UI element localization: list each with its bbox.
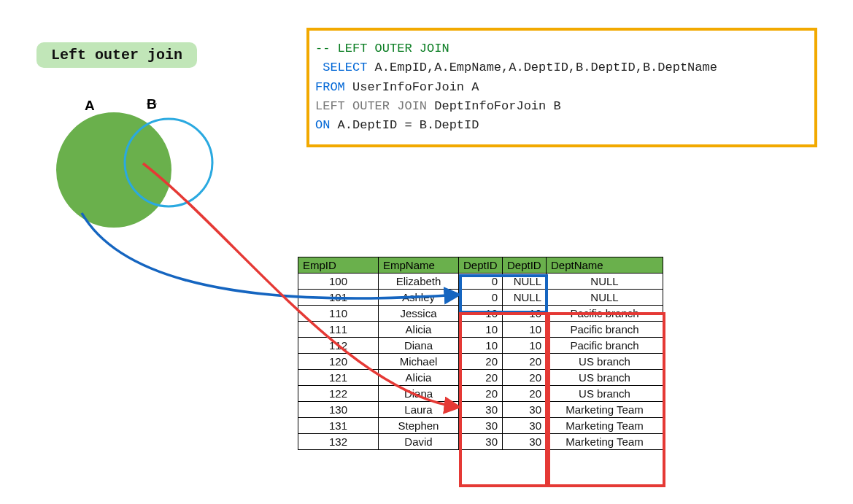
sql-on-rest: A.DeptID = B.DeptID: [330, 118, 479, 132]
col-deptid-a: DeptID: [459, 257, 503, 274]
cell-deptname: Marketing Team: [547, 418, 663, 434]
sql-on-kw: ON: [315, 118, 330, 132]
cell-deptname: Marketing Team: [547, 402, 663, 418]
cell-empid: 132: [298, 434, 379, 450]
cell-deptid-a: 20: [459, 370, 503, 386]
sql-left-table: DeptInfoForJoin B: [427, 99, 561, 113]
cell-deptname: US branch: [547, 354, 663, 370]
cell-empname: Elizabeth: [379, 274, 459, 290]
cell-deptid-b: NULL: [503, 274, 547, 290]
cell-deptid-b: 20: [503, 386, 547, 402]
cell-deptid-b: 10: [503, 338, 547, 354]
cell-empid: 110: [298, 306, 379, 322]
cell-deptid-b: 10: [503, 306, 547, 322]
sql-select-cols: A.EmpID,A.EmpName,A.DeptID,B.DeptID,B.De…: [367, 61, 717, 74]
cell-deptid-a: 10: [459, 338, 503, 354]
venn-diagram: A B: [63, 101, 223, 239]
cell-empname: David: [379, 434, 459, 450]
cell-empid: 130: [298, 402, 379, 418]
cell-deptid-b: 30: [503, 402, 547, 418]
cell-deptid-a: 20: [459, 354, 503, 370]
table-row: 122Diana2020US branch: [298, 386, 663, 402]
result-table: EmpID EmpName DeptID DeptID DeptName 100…: [298, 257, 663, 450]
table-row: 121Alicia2020US branch: [298, 370, 663, 386]
cell-deptid-a: 30: [459, 418, 503, 434]
cell-deptid-a: 10: [459, 322, 503, 338]
table-row: 131Stephen3030Marketing Team: [298, 418, 663, 434]
sql-select-kw: SELECT: [315, 61, 367, 74]
table-row: 132David3030Marketing Team: [298, 434, 663, 450]
cell-empname: Diana: [379, 338, 459, 354]
cell-deptid-b: 30: [503, 434, 547, 450]
venn-label-b: B: [147, 96, 157, 112]
cell-empname: Diana: [379, 386, 459, 402]
cell-empname: Alicia: [379, 322, 459, 338]
col-empid: EmpID: [298, 257, 379, 274]
cell-deptname: Pacific branch: [547, 338, 663, 354]
cell-empname: Michael: [379, 354, 459, 370]
sql-from-rest: UserInfoForJoin A: [345, 80, 479, 94]
cell-empid: 112: [298, 338, 379, 354]
cell-deptname: NULL: [547, 290, 663, 306]
cell-deptid-a: 0: [459, 290, 503, 306]
table-row: 111Alicia1010Pacific branch: [298, 322, 663, 338]
cell-deptid-a: 20: [459, 386, 503, 402]
col-empname: EmpName: [379, 257, 459, 274]
sql-from-kw: FROM: [315, 80, 345, 94]
sql-left-kw: LEFT: [315, 99, 345, 113]
svg-point-0: [57, 113, 171, 227]
table-row: 100Elizabeth0NULLNULL: [298, 274, 663, 290]
cell-deptname: NULL: [547, 274, 663, 290]
cell-empid: 101: [298, 290, 379, 306]
cell-empid: 111: [298, 322, 379, 338]
title-badge: Left outer join: [36, 42, 197, 68]
title-text: Left outer join: [51, 47, 182, 63]
cell-deptid-b: 10: [503, 322, 547, 338]
table-row: 130Laura3030Marketing Team: [298, 402, 663, 418]
cell-deptid-a: 30: [459, 434, 503, 450]
cell-deptid-b: 20: [503, 354, 547, 370]
cell-deptname: Pacific branch: [547, 322, 663, 338]
cell-deptid-a: 10: [459, 306, 503, 322]
cell-empname: Jessica: [379, 306, 459, 322]
table-header-row: EmpID EmpName DeptID DeptID DeptName: [298, 257, 663, 274]
cell-deptid-b: 20: [503, 370, 547, 386]
cell-deptname: US branch: [547, 386, 663, 402]
cell-empname: Stephen: [379, 418, 459, 434]
cell-empname: Ashley: [379, 290, 459, 306]
col-deptname: DeptName: [547, 257, 663, 274]
cell-deptid-b: 30: [503, 418, 547, 434]
cell-empname: Laura: [379, 402, 459, 418]
cell-deptid-a: 30: [459, 402, 503, 418]
table-row: 112Diana1010Pacific branch: [298, 338, 663, 354]
cell-deptname: Marketing Team: [547, 434, 663, 450]
cell-empid: 121: [298, 370, 379, 386]
col-deptid-b: DeptID: [503, 257, 547, 274]
venn-label-a: A: [85, 98, 95, 114]
cell-deptid-a: 0: [459, 274, 503, 290]
table-row: 110Jessica1010Pacific branch: [298, 306, 663, 322]
cell-empid: 122: [298, 386, 379, 402]
cell-deptname: Pacific branch: [547, 306, 663, 322]
cell-empname: Alicia: [379, 370, 459, 386]
cell-empid: 100: [298, 274, 379, 290]
cell-empid: 120: [298, 354, 379, 370]
sql-comment: -- LEFT OUTER JOIN: [315, 42, 449, 55]
table-row: 101Ashley0NULLNULL: [298, 290, 663, 306]
sql-left-rest: OUTER JOIN: [345, 99, 427, 113]
cell-deptid-b: NULL: [503, 290, 547, 306]
table-row: 120Michael2020US branch: [298, 354, 663, 370]
cell-empid: 131: [298, 418, 379, 434]
cell-deptname: US branch: [547, 370, 663, 386]
sql-code-box: -- LEFT OUTER JOIN SELECT A.EmpID,A.EmpN…: [306, 28, 817, 147]
